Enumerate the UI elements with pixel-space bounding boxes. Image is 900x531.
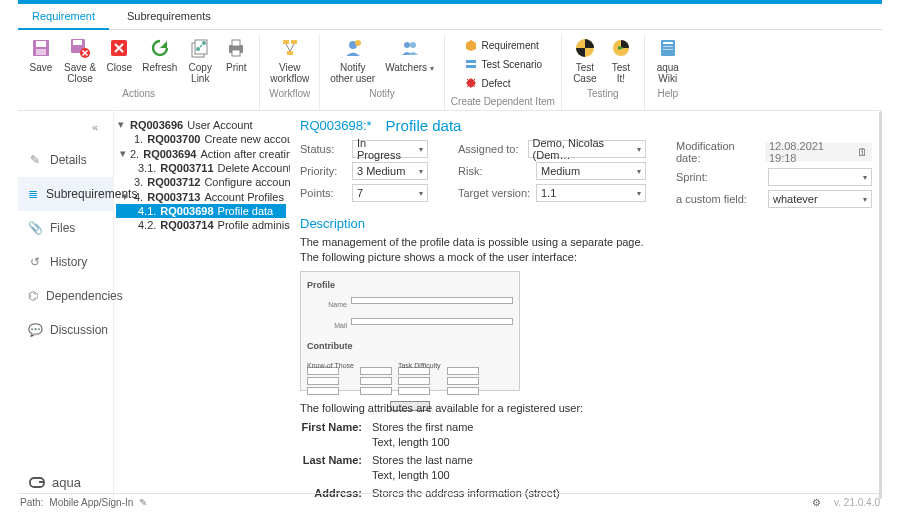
chevron-down-icon: ▾ xyxy=(637,145,641,154)
svg-rect-32 xyxy=(39,481,44,483)
close-button[interactable]: Close xyxy=(102,34,136,86)
moddate-label: Modification date: xyxy=(676,140,761,164)
test-case-icon xyxy=(573,36,597,60)
collapse-icon[interactable]: ▾ xyxy=(116,118,126,131)
ribbon-group-workflow: Workflow xyxy=(269,86,310,102)
sidenav-details[interactable]: ✎Details xyxy=(18,143,113,177)
watchers-button[interactable]: Watchers ▾ xyxy=(381,34,438,86)
edit-path-button[interactable]: ✎ xyxy=(139,497,147,508)
description-line: The following attributes are available f… xyxy=(300,401,867,416)
save-button[interactable]: Save xyxy=(24,34,58,86)
save-close-button[interactable]: Save & Close xyxy=(60,34,100,86)
tree-node[interactable]: 4.2. RQ003714 Profile administration xyxy=(116,218,286,232)
mock-image: Profile Name Mail Contribute Know-of Tho… xyxy=(300,271,520,391)
path-value: Mobile App/Sign-In xyxy=(49,497,133,508)
tree-node[interactable]: ▾4. RQ003713 Account Profiles xyxy=(116,189,286,204)
chevron-down-icon: ▾ xyxy=(419,145,423,154)
notify-icon xyxy=(341,36,365,60)
wiki-icon xyxy=(656,36,680,60)
priority-select[interactable]: 3 Medium▾ xyxy=(352,162,428,180)
chevron-down-icon: ▾ xyxy=(419,189,423,198)
custom-select[interactable]: whatever▾ xyxy=(768,190,872,208)
points-label: Points: xyxy=(300,187,348,199)
points-select[interactable]: 7▾ xyxy=(352,184,428,202)
refresh-button[interactable]: Refresh xyxy=(138,34,181,86)
print-icon xyxy=(224,36,248,60)
ribbon-group-notify: Notify xyxy=(369,86,395,102)
create-requirement-button[interactable]: Requirement xyxy=(464,36,543,54)
svg-point-19 xyxy=(355,40,361,46)
tree-node-selected[interactable]: 4.1. RQ003698 Profile data xyxy=(116,204,286,218)
files-icon: 📎 xyxy=(28,221,42,235)
dependencies-icon: ⌬ xyxy=(28,289,38,303)
tree-node[interactable]: 3. RQ003712 Configure account details xyxy=(116,175,286,189)
attr-desc: Text, length 100 xyxy=(372,468,867,483)
status-select[interactable]: In Progress▾ xyxy=(352,140,428,158)
ribbon-group-create: Create Dependent Item xyxy=(451,94,555,110)
save-close-icon xyxy=(68,36,92,60)
chevron-down-icon: ▾ xyxy=(430,64,434,73)
description-heading: Description xyxy=(300,216,867,231)
sidenav-files[interactable]: 📎Files xyxy=(18,211,113,245)
sidenav-subrequirements[interactable]: ≣Subrequirements xyxy=(18,177,113,211)
tree-node[interactable]: 1. RQ003700 Create new account xyxy=(116,132,286,146)
chevron-down-icon: ▾ xyxy=(637,189,641,198)
version-label: v. 21.0.4.0 xyxy=(834,497,880,508)
priority-label: Priority: xyxy=(300,165,348,177)
wiki-button[interactable]: aqua Wiki xyxy=(651,34,685,86)
svg-rect-4 xyxy=(73,40,82,45)
svg-rect-17 xyxy=(287,51,293,55)
chevron-down-icon: ▾ xyxy=(863,173,867,182)
collapse-icon[interactable]: ▾ xyxy=(120,190,130,203)
watchers-icon xyxy=(398,36,422,60)
svg-rect-13 xyxy=(232,40,240,46)
chevron-down-icon: ▾ xyxy=(863,195,867,204)
create-testscenario-button[interactable]: Test Scenario xyxy=(464,55,543,73)
sidenav-discussion[interactable]: 💬Discussion xyxy=(18,313,113,347)
scrollbar[interactable] xyxy=(879,111,882,499)
sidenav-history[interactable]: ↺History xyxy=(18,245,113,279)
description-line: The management of the profile data is po… xyxy=(300,235,867,250)
tab-requirement[interactable]: Requirement xyxy=(18,6,109,30)
tree-node[interactable]: ▾RQ003696 User Account xyxy=(116,117,286,132)
tree-node[interactable]: ▾2. RQ003694 Action after creating accou… xyxy=(116,146,286,161)
attr-name: First Name: xyxy=(300,420,362,450)
attr-name: Last Name: xyxy=(300,453,362,483)
gear-icon[interactable]: ⚙ xyxy=(810,497,822,509)
close-icon xyxy=(107,36,131,60)
description-line: The following picture shows a mock of th… xyxy=(300,250,867,265)
attr-desc: Stores the last name xyxy=(372,453,867,468)
notify-other-button[interactable]: Notify other user xyxy=(326,34,379,86)
assigned-select[interactable]: Demo, Nicolas (Dem…▾ xyxy=(528,140,646,158)
defect-icon xyxy=(464,76,478,90)
test-scenario-icon xyxy=(464,57,478,71)
test-case-button[interactable]: Test Case xyxy=(568,34,602,86)
create-defect-button[interactable]: Defect xyxy=(464,74,543,92)
test-it-button[interactable]: Test It! xyxy=(604,34,638,86)
svg-rect-28 xyxy=(663,42,673,44)
target-select[interactable]: 1.1▾ xyxy=(536,184,646,202)
calendar-icon: 🗓 xyxy=(857,146,868,158)
modification-date: 12.08.2021 19:18🗓 xyxy=(765,143,872,161)
print-button[interactable]: Print xyxy=(219,34,253,86)
risk-label: Risk: xyxy=(458,165,532,177)
requirement-tree: ▾RQ003696 User Account 1. RQ003700 Creat… xyxy=(114,111,290,499)
target-label: Target version: xyxy=(458,187,532,199)
collapse-sidebar-button[interactable]: « xyxy=(85,117,105,137)
svg-rect-14 xyxy=(232,50,240,56)
sidenav-dependencies[interactable]: ⌬Dependencies xyxy=(18,279,113,313)
view-workflow-button[interactable]: View workflow xyxy=(266,34,313,86)
details-icon: ✎ xyxy=(28,153,42,167)
collapse-icon[interactable]: ▾ xyxy=(120,147,126,160)
chevron-down-icon: ▾ xyxy=(419,167,423,176)
tree-node[interactable]: 3.1. RQ003711 Delete Account xyxy=(116,161,286,175)
copy-link-button[interactable]: Copy Link xyxy=(183,34,217,86)
detail-title: Profile data xyxy=(386,117,462,134)
risk-select[interactable]: Medium▾ xyxy=(536,162,646,180)
attr-desc: Text, length 100 xyxy=(372,435,867,450)
tab-subrequirements[interactable]: Subrequirements xyxy=(113,6,225,29)
svg-rect-16 xyxy=(291,40,297,44)
status-label: Status: xyxy=(300,143,348,155)
sprint-select[interactable]: ▾ xyxy=(768,168,872,186)
attr-desc: Stores the first name xyxy=(372,420,867,435)
